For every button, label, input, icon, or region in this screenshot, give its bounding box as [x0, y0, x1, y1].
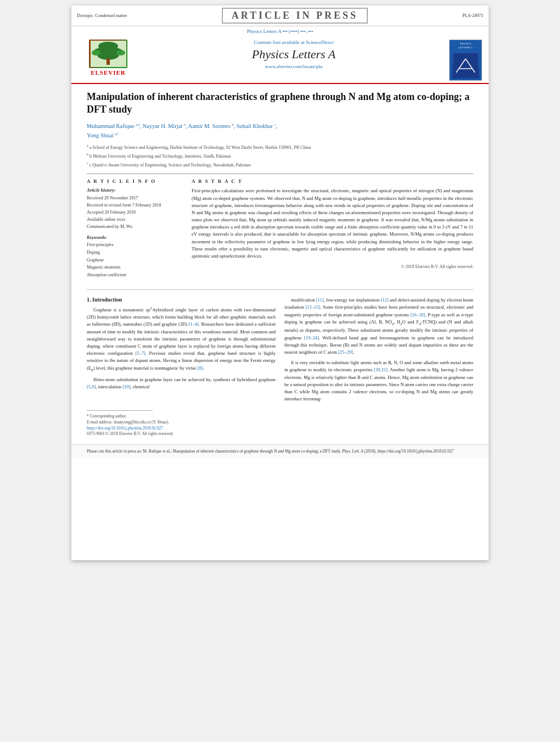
physics-letters-link[interactable]: Physics Letters A ••• (••••) •••–••• — [247, 29, 313, 34]
communicated-by: Communicated by M. Wu — [87, 224, 183, 231]
intro-paragraph-2: Hetro-atom substitution in graphene laye… — [87, 376, 276, 390]
pla-id: PLA-24973 — [462, 13, 483, 18]
intro-paragraph-3: modification [11], low-energy ion implan… — [284, 297, 473, 356]
abstract-column: A B S T R A C T First-principles calcula… — [192, 178, 473, 278]
keyword-3: Graphene — [87, 256, 183, 264]
footnote-email: E-mail address: shuaiyong@hit.edu.cn (Y.… — [87, 419, 473, 425]
abstract-header: A B S T R A C T — [192, 178, 473, 184]
section-divider — [87, 289, 473, 290]
journal-center: Contents lists available at ScienceDirec… — [138, 40, 449, 69]
citation-text: Please cite this article in press as: M.… — [87, 448, 473, 454]
journal-title: Physics Letters A — [144, 47, 444, 62]
svg-rect-8 — [453, 53, 478, 77]
elsevier-logo: ELSEVIER — [78, 40, 138, 76]
keyword-4: Magnetic moments — [87, 264, 183, 271]
copyright-line: © 2018 Elsevier B.V. All rights reserved… — [192, 264, 473, 269]
svg-point-6 — [92, 50, 100, 55]
affiliation-b: b b Mehran University of Engineering and… — [87, 152, 473, 160]
footnote-issn: 0375-9601/© 2018 Elsevier B.V. All right… — [87, 431, 473, 437]
svg-point-7 — [116, 50, 125, 55]
bottom-citation-bar: Please cite this article in press as: M.… — [71, 444, 489, 458]
keyword-1: First-principles — [87, 241, 183, 249]
footnote-section: * Corresponding author. E-mail address: … — [71, 410, 489, 437]
doctopic-label: Doctopic: Condensed matter — [77, 13, 127, 18]
introduction-title: 1. Introduction — [87, 297, 276, 303]
affiliations: a a School of Energy Science and Enginee… — [87, 143, 473, 168]
svg-rect-5 — [107, 58, 110, 65]
available-online: Available online xxxx — [87, 216, 183, 224]
history-label: Article history: — [87, 187, 183, 193]
elsevier-brand-text: ELSEVIER — [91, 69, 126, 76]
authors-line: Muhammad Rafique a,b, Nayyar H. Mirjat b… — [87, 122, 473, 141]
article-info-header: A R T I C L E I N F O — [87, 178, 183, 184]
cover-text: PHYSICSLETTERS A — [458, 42, 473, 49]
intro-paragraph-4: It is very enviable to substitute light … — [284, 359, 473, 403]
body-content: 1. Introduction Graphene is a monatomic … — [71, 297, 489, 406]
keyword-5: Absorption coefficient — [87, 271, 183, 279]
article-title: Manipulation of inherent characteristics… — [87, 91, 473, 116]
article-info-column: A R T I C L E I N F O Article history: R… — [87, 178, 183, 278]
journal-header: ELSEVIER Contents lists available at Sci… — [71, 35, 489, 84]
footnote-corr-author: * Corresponding author. — [87, 413, 473, 419]
intro-left-text: Graphene is a monatomic sp2-hybridized s… — [87, 306, 276, 390]
intro-right-text: modification [11], low-energy ion implan… — [284, 297, 473, 403]
abstract-text: First-principles calculations were perfo… — [192, 187, 473, 260]
sciencedirect-link-text[interactable]: ScienceDirect — [306, 40, 333, 45]
footnote-divider — [87, 410, 153, 411]
revised-date: Received in revised form 7 February 2018 — [87, 202, 183, 209]
top-bar: Doctopic: Condensed matter ARTICLE IN PR… — [71, 5, 489, 26]
body-right-column: modification [11], low-energy ion implan… — [284, 297, 473, 406]
footnote-doi[interactable]: https://doi.org/10.1016/j.physleta.2018.… — [87, 426, 473, 431]
keyword-2: Doping — [87, 249, 183, 256]
affiliation-c: c c Quaid-e-Awam University of Engineeri… — [87, 161, 473, 169]
page: Doctopic: Condensed matter ARTICLE IN PR… — [71, 5, 489, 560]
intro-paragraph-1: Graphene is a monatomic sp2-hybridized s… — [87, 306, 276, 373]
contents-line: Contents lists available at ScienceDirec… — [144, 40, 444, 45]
journal-cover-image: PHYSICSLETTERS A — [449, 40, 482, 81]
accepted-date: Accepted 20 February 2018 — [87, 209, 183, 216]
article-in-press-badge: ARTICLE IN PRESS — [222, 8, 368, 24]
info-abstract-section: A R T I C L E I N F O Article history: R… — [87, 174, 473, 278]
received-date: Received 28 November 2017 — [87, 195, 183, 202]
affiliation-a: a a School of Energy Science and Enginee… — [87, 143, 473, 151]
article-content: Manipulation of inherent characteristics… — [71, 84, 489, 283]
keywords-label: Keywords: — [87, 235, 183, 240]
corresponding-author-label: * Corresponding author. — [87, 414, 127, 419]
journal-url[interactable]: www.elsevier.com/locate/pla — [144, 64, 444, 69]
elsevier-tree-graphic — [89, 40, 127, 68]
body-left-column: 1. Introduction Graphene is a monatomic … — [87, 297, 276, 406]
